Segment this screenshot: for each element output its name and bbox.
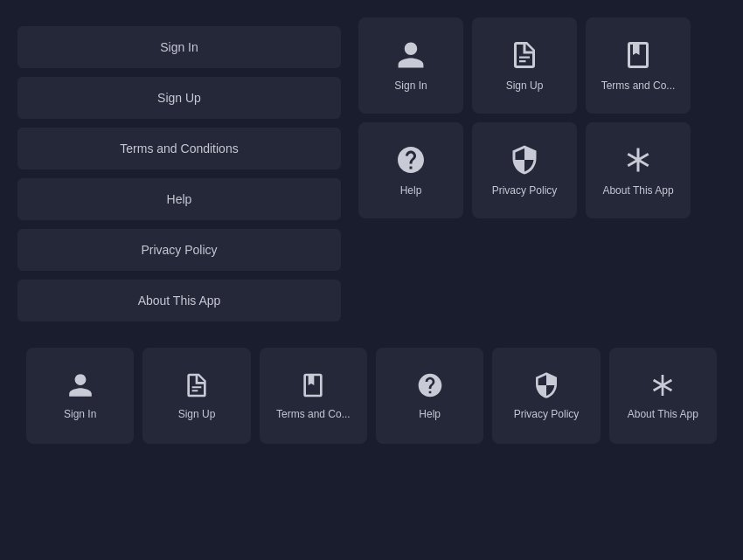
strip-asterisk-icon [649, 371, 677, 399]
list-sign-in-button[interactable]: Sign In [17, 26, 341, 68]
asterisk-icon [622, 144, 654, 176]
grid-sign-in-label: Sign In [394, 80, 427, 92]
strip-question-icon [416, 371, 444, 399]
strip-sign-in-label: Sign In [64, 408, 96, 420]
list-buttons-panel: Sign In Sign Up Terms and Conditions Hel… [17, 17, 341, 321]
grid-terms-tile[interactable]: Terms and Co... [586, 17, 691, 114]
strip-about-label: About This App [628, 408, 698, 420]
strip-about-tile[interactable]: About This App [609, 348, 717, 444]
strip-book-icon [299, 371, 327, 399]
grid-sign-up-tile[interactable]: Sign Up [472, 17, 577, 114]
strip-privacy-tile[interactable]: Privacy Policy [492, 348, 600, 444]
list-privacy-button[interactable]: Privacy Policy [17, 229, 341, 271]
document-icon [509, 39, 540, 71]
strip-person-icon [66, 371, 94, 399]
list-help-button[interactable]: Help [17, 178, 341, 220]
strip-sign-in-tile[interactable]: Sign In [26, 348, 134, 444]
strip-sign-up-label: Sign Up [178, 408, 216, 420]
strip-shield-icon [532, 371, 560, 399]
list-sign-up-button[interactable]: Sign Up [17, 77, 341, 119]
grid-help-tile[interactable]: Help [358, 122, 463, 218]
icon-grid-panel: Sign In Sign Up Terms and Co... [358, 17, 691, 218]
list-about-button[interactable]: About This App [17, 280, 341, 321]
bottom-strip-panel: Sign In Sign Up Terms and Co... Help [17, 348, 726, 444]
grid-about-tile[interactable]: About This App [586, 122, 691, 218]
person-icon [395, 39, 427, 71]
question-icon [395, 144, 427, 176]
grid-privacy-label: Privacy Policy [492, 184, 558, 197]
grid-sign-in-tile[interactable]: Sign In [358, 17, 463, 114]
strip-help-tile[interactable]: Help [376, 348, 483, 444]
strip-privacy-label: Privacy Policy [514, 408, 580, 420]
strip-terms-label: Terms and Co... [276, 408, 351, 420]
grid-about-label: About This App [602, 184, 673, 197]
strip-terms-tile[interactable]: Terms and Co... [260, 348, 367, 444]
strip-sign-up-tile[interactable]: Sign Up [142, 348, 250, 444]
strip-help-label: Help [419, 408, 441, 420]
book-icon [622, 39, 654, 71]
grid-terms-label: Terms and Co... [601, 80, 676, 92]
shield-icon [509, 144, 540, 176]
grid-privacy-tile[interactable]: Privacy Policy [472, 122, 577, 218]
grid-sign-up-label: Sign Up [506, 80, 544, 92]
list-terms-button[interactable]: Terms and Conditions [17, 128, 341, 169]
grid-help-label: Help [400, 184, 422, 197]
strip-document-icon [183, 371, 211, 399]
